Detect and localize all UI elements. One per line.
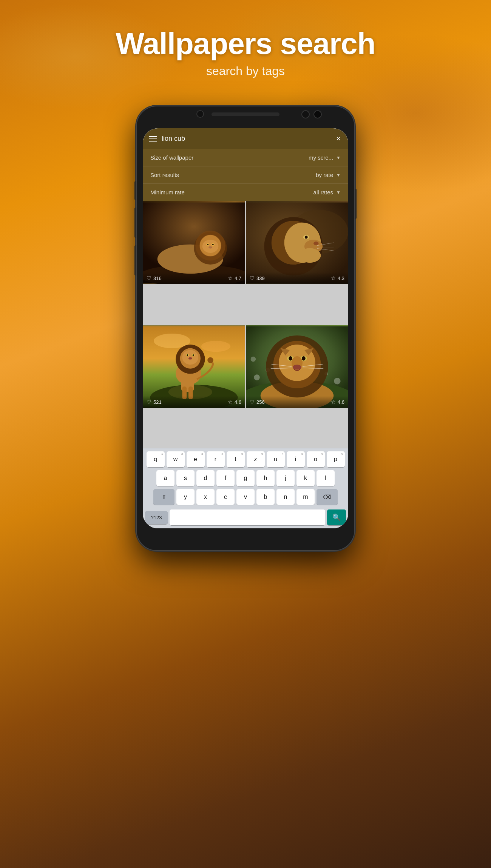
phone-mockup: × Size of wallpaper my scre... ▼ Sort re… [136,106,355,551]
key-b[interactable]: b [256,489,275,505]
min-rate-filter-label: Minimum rate [150,189,185,195]
key-d[interactable]: d [196,470,215,486]
key-g[interactable]: g [236,470,255,486]
key-y[interactable]: y [176,489,195,505]
rear-camera-1 [301,110,310,119]
key-c[interactable]: c [216,489,235,505]
wallpaper-4-likes: ♡ 256 [250,399,265,405]
key-s[interactable]: s [176,470,195,486]
num-hint-2: 2 [181,452,183,456]
rate-value-4: 4.6 [338,399,344,405]
key-z[interactable]: 6z [247,451,265,467]
star-icon-3: ☆ [228,399,233,405]
menu-button[interactable] [149,136,157,142]
svg-point-41 [188,357,192,360]
page-header: Wallpapers search search by tags [0,26,491,78]
svg-point-40 [193,354,194,356]
size-filter-row[interactable]: Size of wallpaper my scre... ▼ [143,149,348,166]
key-t[interactable]: 5t [227,451,245,467]
keyboard-row-3: ⇧ y x c v b n m ⌫ [145,489,346,505]
search-input[interactable] [162,135,330,143]
svg-point-45 [254,374,259,380]
keyboard-rows: 1q 2w 3e 4r 5t 6z 7u 8i 9o 0p [143,448,348,509]
wallpaper-item-4[interactable]: ♡ 256 ☆ 4.6 [246,325,348,408]
key-h[interactable]: h [256,470,275,486]
svg-point-47 [334,378,340,384]
wallpaper-3-likes: ♡ 521 [147,399,162,405]
rate-value-3: 4.6 [235,399,241,405]
wallpaper-item-3[interactable]: ♡ 521 ☆ 4.6 [143,325,245,408]
key-l[interactable]: l [317,470,335,486]
wallpaper-1-image [143,201,245,284]
wallpaper-item-2[interactable]: ♡ 339 ☆ 4.3 [246,201,348,284]
key-e[interactable]: 3e [187,451,205,467]
key-o[interactable]: 9o [307,451,325,467]
svg-point-9 [207,244,208,245]
keyboard: 1q 2w 3e 4r 5t 6z 7u 8i 9o 0p [143,448,348,528]
num-hint-8: 8 [301,452,303,456]
sort-filter-value[interactable]: by rate ▼ [316,172,341,178]
min-rate-filter-value[interactable]: all rates ▼ [313,189,341,195]
wallpaper-4-image [246,325,348,408]
wallpaper-4-rate: ☆ 4.6 [331,399,344,405]
keyboard-bottom-row: ?123 🔍 [143,509,348,528]
star-icon-4: ☆ [331,399,336,405]
svg-point-10 [212,244,214,245]
sort-filter-text: by rate [316,172,333,178]
wallpaper-3-overlay: ♡ 521 ☆ 4.6 [143,396,245,408]
star-icon-2: ☆ [331,275,336,281]
filter-section: Size of wallpaper my scre... ▼ Sort resu… [143,149,348,201]
svg-point-57 [302,356,306,361]
key-p[interactable]: 0p [327,451,345,467]
num-hint-7: 7 [281,452,283,456]
svg-point-42 [207,357,213,363]
volume-down-button [134,208,136,238]
key-i[interactable]: 8i [287,451,305,467]
key-w[interactable]: 2w [167,451,185,467]
key-x[interactable]: x [196,489,215,505]
min-rate-filter-text: all rates [313,189,334,195]
key-a[interactable]: a [156,470,174,486]
wallpaper-item-1[interactable]: ♡ 316 ☆ 4.7 [143,201,245,284]
wallpaper-3-image [143,325,245,408]
space-key[interactable] [170,509,325,525]
size-filter-value[interactable]: my scre... ▼ [309,154,341,161]
num-hint-1: 1 [161,452,163,456]
page-title: Wallpapers search [0,26,491,61]
heart-icon-1: ♡ [147,275,151,281]
clear-search-button[interactable]: × [335,133,342,145]
page-subtitle: search by tags [0,64,491,78]
key-q[interactable]: 1q [147,451,165,467]
star-icon-1: ☆ [228,275,233,281]
keyboard-row-1: 1q 2w 3e 4r 5t 6z 7u 8i 9o 0p [145,451,346,467]
number-toggle-key[interactable]: ?123 [145,511,168,524]
key-j[interactable]: j [276,470,295,486]
like-count-1: 316 [153,275,162,281]
svg-point-56 [289,356,292,361]
menu-line-2 [149,139,157,139]
keyboard-search-button[interactable]: 🔍 [327,509,346,525]
min-rate-filter-row[interactable]: Minimum rate all rates ▼ [143,184,348,201]
key-k[interactable]: k [296,470,315,486]
key-m[interactable]: m [296,489,315,505]
phone-screen: × Size of wallpaper my scre... ▼ Sort re… [143,128,348,528]
power-button [355,189,357,219]
wallpaper-1-likes: ♡ 316 [147,275,162,281]
num-hint-9: 9 [321,452,323,456]
shift-key[interactable]: ⇧ [153,489,174,505]
key-v[interactable]: v [236,489,255,505]
key-n[interactable]: n [276,489,295,505]
key-r[interactable]: 4r [207,451,225,467]
min-rate-dropdown-icon: ▼ [336,190,341,195]
num-hint-4: 4 [221,452,223,456]
backspace-key[interactable]: ⌫ [317,489,338,505]
wallpaper-2-rate: ☆ 4.3 [331,275,344,281]
sort-filter-row[interactable]: Sort results by rate ▼ [143,166,348,184]
size-filter-label: Size of wallpaper [150,154,193,161]
key-f[interactable]: f [216,470,235,486]
front-camera [196,110,204,118]
svg-point-11 [208,246,212,249]
num-hint-5: 5 [241,452,243,456]
key-u[interactable]: 7u [267,451,285,467]
wallpaper-2-likes: ♡ 339 [250,275,265,281]
